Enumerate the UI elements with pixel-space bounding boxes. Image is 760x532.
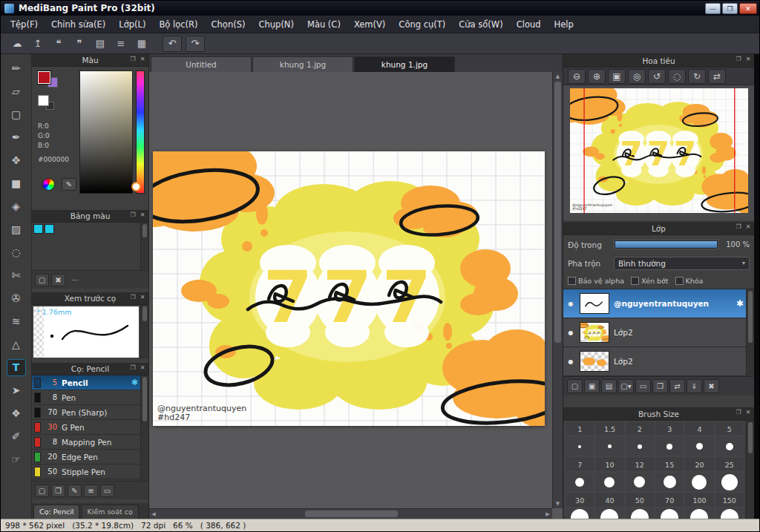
layer-option-0[interactable]: Bảo vệ alpha bbox=[568, 277, 624, 285]
brush-size-option[interactable] bbox=[655, 436, 684, 456]
reset-rotation-icon[interactable]: ◌ bbox=[668, 69, 686, 84]
layer-visibility-dot[interactable]: ● bbox=[566, 358, 575, 365]
new-layer-1bit-button[interactable]: ▤ bbox=[601, 379, 617, 393]
close-icon[interactable]: ✕ bbox=[744, 223, 752, 230]
brush-list-scrollbar[interactable] bbox=[140, 375, 148, 481]
canvas-tab-0[interactable]: Untitled bbox=[151, 56, 252, 72]
brush-item[interactable]: 50Stipple Pen bbox=[32, 464, 148, 479]
horizontal-scrollbar[interactable]: ◀ ▶ bbox=[149, 508, 552, 519]
brush-size-option[interactable] bbox=[565, 472, 594, 492]
brush-size-option[interactable] bbox=[594, 436, 624, 456]
new-brush-button[interactable]: ▢ bbox=[35, 485, 49, 497]
rotate-left-icon[interactable]: ↺ bbox=[648, 69, 666, 84]
zoom-in-icon[interactable]: ⊕ bbox=[588, 69, 606, 84]
popout-icon[interactable]: ❐ bbox=[735, 223, 742, 230]
hand-tool[interactable]: ☞ bbox=[7, 451, 26, 468]
brush-size-option[interactable] bbox=[715, 508, 744, 519]
close-icon[interactable]: ✕ bbox=[139, 56, 146, 62]
eyedropper-tool[interactable]: ❖ bbox=[7, 405, 26, 422]
foreground-color-swatch[interactable] bbox=[38, 71, 50, 84]
divide-tool[interactable]: ✐ bbox=[7, 428, 26, 445]
secondary-color-swatch[interactable] bbox=[38, 95, 49, 106]
canvas-viewport[interactable]: 777 @nguyentrantuquyen #hd247 bbox=[149, 72, 563, 519]
blend-mode-select[interactable]: Bình thường ▾ bbox=[614, 257, 750, 270]
layer-settings-icon[interactable]: ✱ bbox=[736, 298, 744, 309]
checkbox[interactable] bbox=[675, 277, 684, 285]
close-icon[interactable]: ✕ bbox=[139, 364, 146, 371]
opacity-slider[interactable] bbox=[614, 240, 718, 249]
menu-item-10[interactable]: Cloud bbox=[510, 16, 548, 33]
zoom-actual-icon[interactable]: ◎ bbox=[628, 69, 646, 84]
close-icon[interactable]: ✕ bbox=[139, 211, 146, 218]
saturation-value-box[interactable] bbox=[79, 70, 133, 194]
popout-icon[interactable]: ❐ bbox=[129, 56, 137, 62]
text-tool[interactable]: T bbox=[7, 359, 26, 376]
new-layer-8bit-button[interactable]: ▣ bbox=[584, 379, 600, 393]
tab-brush[interactable]: Cọ: Pencil bbox=[33, 505, 79, 519]
menu-item-9[interactable]: Cửa sổ(W) bbox=[452, 16, 509, 33]
popout-icon[interactable]: ❐ bbox=[129, 211, 137, 218]
grid-icon[interactable]: ▦ bbox=[133, 36, 151, 52]
palette-swatch-1[interactable] bbox=[45, 224, 54, 234]
vertical-scrollbar[interactable]: ▲ ▼ bbox=[552, 72, 563, 508]
scroll-right-icon[interactable]: ▶ bbox=[543, 509, 552, 519]
auto-select-tool[interactable]: ◌ bbox=[7, 244, 26, 261]
pick-tool[interactable]: ➤ bbox=[7, 382, 26, 399]
menu-item-6[interactable]: Màu (C) bbox=[301, 16, 347, 33]
brush-size-option[interactable] bbox=[715, 436, 744, 456]
color-wheel-button[interactable] bbox=[42, 178, 55, 191]
brush-item[interactable]: 8Pen bbox=[32, 390, 148, 405]
brush-folder-button[interactable]: ▭ bbox=[100, 485, 114, 497]
shape-tool[interactable]: ■ bbox=[7, 175, 26, 192]
comment-icon[interactable]: ❝ bbox=[50, 36, 68, 52]
snap-tool[interactable]: △ bbox=[7, 336, 26, 353]
lasso-tool[interactable]: ✄ bbox=[7, 267, 26, 284]
blur-tool[interactable]: ≋ bbox=[7, 313, 26, 330]
layer-visibility-dot[interactable]: ● bbox=[566, 301, 575, 307]
brush-size-option[interactable] bbox=[655, 508, 684, 519]
canvas-tab-2[interactable]: khung 1.jpg bbox=[354, 56, 455, 72]
gradient-tool[interactable]: ▨ bbox=[7, 221, 26, 238]
redo-button[interactable]: ↷ bbox=[186, 36, 205, 52]
brush-item[interactable]: 8Mapping Pen bbox=[32, 435, 148, 450]
transfer-layer-button[interactable]: ⇄ bbox=[669, 379, 685, 393]
brush-size-option[interactable] bbox=[715, 472, 744, 492]
add-swatch-button[interactable]: ▢ bbox=[35, 274, 49, 286]
edit-brush-button[interactable]: ✎ bbox=[68, 485, 82, 497]
checkbox[interactable] bbox=[568, 277, 576, 285]
popout-icon[interactable]: ❐ bbox=[129, 364, 137, 371]
close-icon[interactable]: ✕ bbox=[139, 294, 146, 301]
duplicate-brush-button[interactable]: ❐ bbox=[51, 485, 65, 497]
layer-option-1[interactable]: Xén bớt bbox=[631, 277, 669, 285]
menu-item-4[interactable]: Chọn(S) bbox=[205, 16, 252, 33]
rotate-right-icon[interactable]: ↻ bbox=[688, 69, 706, 84]
menu-item-11[interactable]: Help bbox=[548, 16, 580, 33]
zoom-out-icon[interactable]: ⊖ bbox=[568, 69, 586, 84]
popout-icon[interactable]: ❐ bbox=[129, 294, 137, 301]
scroll-up-icon[interactable]: ▲ bbox=[553, 72, 563, 81]
menu-item-1[interactable]: Chỉnh sửa(E) bbox=[45, 16, 112, 33]
brush-tool[interactable]: ✏ bbox=[7, 60, 26, 77]
menu-item-8[interactable]: Công cụ(T) bbox=[392, 16, 452, 33]
scroll-down-icon[interactable]: ▼ bbox=[553, 499, 563, 508]
new-folder-button[interactable]: ▭ bbox=[635, 379, 651, 393]
cloud-icon[interactable]: ☁ bbox=[8, 36, 26, 52]
undo-button[interactable]: ↶ bbox=[163, 36, 182, 52]
layer-visibility-dot[interactable]: ● bbox=[566, 329, 575, 336]
brush-size-option[interactable] bbox=[655, 472, 684, 492]
operation-tool[interactable]: ✇ bbox=[7, 290, 26, 307]
brush-settings-icon[interactable]: ✱ bbox=[131, 378, 138, 387]
brush-size-option[interactable] bbox=[684, 472, 714, 492]
fit-window-icon[interactable]: ▣ bbox=[608, 69, 626, 84]
menu-item-5[interactable]: Chụp(N) bbox=[252, 16, 300, 33]
brush-size-option[interactable] bbox=[625, 436, 655, 456]
hue-bar[interactable] bbox=[136, 70, 145, 194]
hue-selector[interactable] bbox=[131, 182, 141, 191]
layers-scrollbar[interactable] bbox=[746, 289, 754, 376]
brush-size-option[interactable] bbox=[625, 508, 655, 519]
brush-size-option[interactable] bbox=[594, 472, 624, 492]
add-layer-menu-button[interactable]: ▢▾ bbox=[618, 379, 634, 393]
vertical-scroll-thumb[interactable] bbox=[554, 82, 561, 343]
brush-item[interactable]: 20Edge Pen bbox=[32, 450, 148, 464]
tab-brush-control[interactable]: Kiểm soát cọ bbox=[81, 505, 138, 519]
